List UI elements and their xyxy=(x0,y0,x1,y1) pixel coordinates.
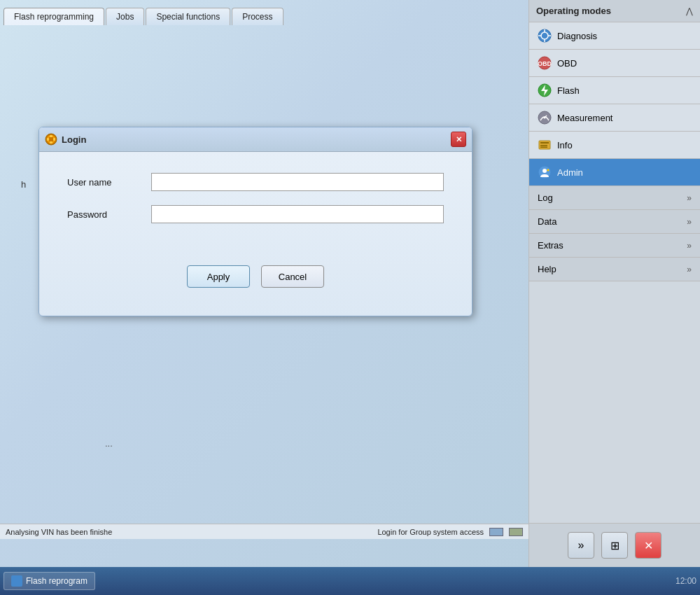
sidebar: Operating modes ⋀ Diagnosis OBD OBD xyxy=(528,0,700,567)
sidebar-collapse-button[interactable]: ⋀ xyxy=(686,6,693,16)
dialog-titlebar: Login ✕ xyxy=(39,127,472,152)
grid-button[interactable]: ⊞ xyxy=(601,532,628,559)
status-left-text: Analysing VIN has been finishe xyxy=(6,528,112,536)
sidebar-item-data-label: Data xyxy=(538,216,556,227)
flash-icon xyxy=(538,83,552,97)
measurement-icon xyxy=(538,111,552,125)
content-area: h ... Login ✕ xyxy=(0,25,528,567)
log-expand-arrow: » xyxy=(687,193,692,203)
sidebar-bottom-buttons: » ⊞ ✕ xyxy=(529,523,700,567)
taskbar-item-label: Flash reprogram xyxy=(26,576,88,586)
sidebar-item-extras[interactable]: Extras » xyxy=(529,234,700,258)
dialog-close-button[interactable]: ✕ xyxy=(451,132,466,147)
tab-process[interactable]: Process xyxy=(232,8,283,25)
data-expand-arrow: » xyxy=(687,217,692,227)
dots-text: ... xyxy=(105,438,113,449)
forward-button[interactable]: » xyxy=(568,532,594,559)
sidebar-item-measurement[interactable]: Measurement xyxy=(529,104,700,132)
dialog-body: User name Password Apply Cancel xyxy=(39,152,472,316)
sidebar-item-help-label: Help xyxy=(538,264,556,274)
dialog-title-icon xyxy=(45,133,57,146)
svg-point-24 xyxy=(542,169,547,173)
sidebar-items-section: Diagnosis OBD OBD Flash Measurement xyxy=(529,22,700,186)
sidebar-item-diagnosis[interactable]: Diagnosis xyxy=(529,22,700,50)
dialog-buttons: Apply Cancel xyxy=(67,265,444,288)
tab-bar: Flash reprogramming Jobs Special functio… xyxy=(0,0,528,25)
status-indicator-2 xyxy=(509,528,523,536)
taskbar: Flash reprogram 12:00 xyxy=(0,567,700,595)
close-sidebar-icon: ✕ xyxy=(644,539,653,552)
sidebar-item-obd[interactable]: OBD OBD xyxy=(529,50,700,77)
tab-jobs[interactable]: Jobs xyxy=(106,8,144,25)
username-label: User name xyxy=(67,177,151,188)
help-expand-arrow: » xyxy=(687,265,692,274)
sidebar-item-info-label: Info xyxy=(557,140,573,150)
status-indicator-1 xyxy=(489,528,503,536)
sidebar-item-obd-label: OBD xyxy=(557,58,577,69)
password-label: Password xyxy=(67,209,151,220)
password-input[interactable] xyxy=(151,205,444,223)
content-status-text: h xyxy=(21,179,26,190)
sidebar-item-measurement-label: Measurement xyxy=(557,113,612,123)
svg-rect-22 xyxy=(540,147,547,148)
password-row: Password xyxy=(67,205,444,223)
svg-rect-21 xyxy=(540,145,547,146)
status-bar: Analysing VIN has been finishe Login for… xyxy=(0,524,528,539)
svg-rect-5 xyxy=(53,138,55,141)
info-icon xyxy=(538,138,552,152)
svg-point-18 xyxy=(544,117,546,119)
sidebar-item-help[interactable]: Help » xyxy=(529,258,700,281)
apply-button[interactable]: Apply xyxy=(187,265,250,288)
taskbar-extra: 12:00 xyxy=(676,576,696,586)
taskbar-item-icon xyxy=(11,575,22,587)
sidebar-item-log[interactable]: Log » xyxy=(529,186,700,210)
svg-rect-4 xyxy=(47,138,49,141)
login-dialog: Login ✕ User name Password Apply Cancel xyxy=(38,127,472,316)
username-row: User name xyxy=(67,173,444,191)
dialog-title-left: Login xyxy=(45,133,86,146)
close-sidebar-button[interactable]: ✕ xyxy=(635,532,662,559)
sidebar-item-flash-label: Flash xyxy=(557,85,580,96)
obd-icon: OBD xyxy=(538,56,552,70)
tab-special-functions[interactable]: Special functions xyxy=(146,8,230,25)
username-input[interactable] xyxy=(151,173,444,191)
status-right-text: Login for Group system access xyxy=(377,528,523,536)
svg-text:OBD: OBD xyxy=(538,60,552,67)
sidebar-item-log-label: Log xyxy=(538,192,553,203)
dialog-title-text: Login xyxy=(62,134,86,145)
diagnosis-icon xyxy=(538,29,552,43)
cancel-button[interactable]: Cancel xyxy=(261,265,324,288)
svg-rect-20 xyxy=(540,142,549,144)
sidebar-item-admin[interactable]: Admin xyxy=(529,159,700,186)
admin-icon xyxy=(538,165,552,179)
sidebar-item-flash[interactable]: Flash xyxy=(529,77,700,104)
sidebar-header-title: Operating modes xyxy=(536,6,611,16)
grid-icon: ⊞ xyxy=(610,539,620,552)
extras-expand-arrow: » xyxy=(687,241,692,251)
sidebar-item-extras-label: Extras xyxy=(538,240,564,251)
taskbar-time: 12:00 xyxy=(676,576,696,586)
tab-flash-reprogramming[interactable]: Flash reprogramming xyxy=(4,8,104,25)
sidebar-item-info[interactable]: Info xyxy=(529,132,700,159)
svg-rect-2 xyxy=(50,135,52,137)
svg-rect-3 xyxy=(50,141,52,144)
taskbar-item-flash[interactable]: Flash reprogram xyxy=(4,572,95,590)
sidebar-item-admin-label: Admin xyxy=(557,167,583,178)
main-area: Flash reprogramming Jobs Special functio… xyxy=(0,0,528,567)
sidebar-header: Operating modes ⋀ xyxy=(529,0,700,22)
sidebar-item-diagnosis-label: Diagnosis xyxy=(557,31,597,41)
forward-icon: » xyxy=(578,539,584,552)
sidebar-item-data[interactable]: Data » xyxy=(529,210,700,234)
